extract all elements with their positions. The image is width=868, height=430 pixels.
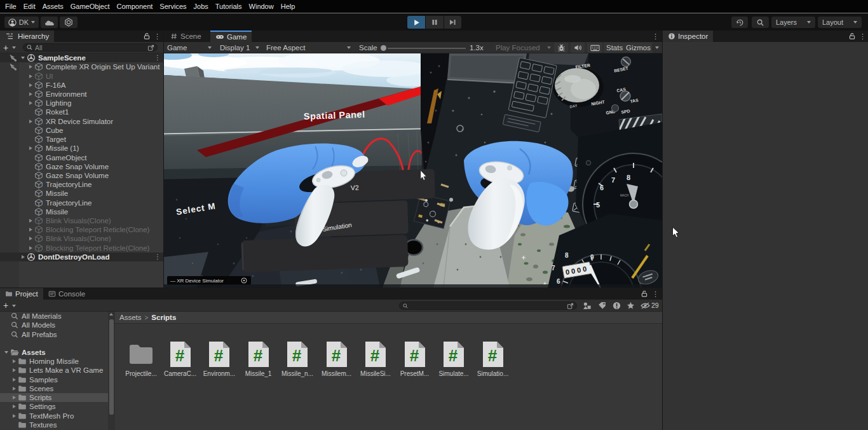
scale-slider-track[interactable] [388,48,466,49]
project-menu-icon[interactable]: ⋮ [652,290,658,298]
tab-project[interactable]: Project [0,288,43,300]
row-menu-icon[interactable]: ⋮ [154,253,161,260]
log-icon[interactable] [613,302,621,310]
project-tree-row[interactable]: Lets Make a VR Game [0,366,108,375]
expand-right-icon[interactable] [13,378,16,382]
menu-services[interactable]: Services [156,0,190,13]
hierarchy-row[interactable]: SampleScene⋮ [0,53,163,62]
layout-dropdown[interactable]: Layout [818,17,862,28]
hierarchy-row[interactable]: Gaze Snap Volume [0,162,163,171]
asset-item-script[interactable]: #Simulate... [436,340,471,377]
hierarchy-row[interactable]: Cube [0,126,163,135]
pick-toggle-icon[interactable] [9,54,17,62]
expand-right-icon[interactable] [29,74,32,78]
expand-right-icon[interactable] [29,65,32,69]
project-tree-row[interactable]: Homing Missile [0,357,108,366]
hierarchy-row[interactable]: Lighting [0,99,163,108]
mute-audio-button[interactable] [571,43,585,53]
project-tree-scrollbar[interactable] [108,312,115,430]
asset-item-script[interactable]: #Environm... [201,340,237,377]
hierarchy-row[interactable]: Blocking Teleport Reticle(Clone) [0,225,163,234]
hierarchy-row[interactable]: Environment [0,90,163,99]
hierarchy-row[interactable]: Blink Visuals(Clone) [0,234,163,243]
menu-gameobject[interactable]: GameObject [67,0,113,13]
display-dropdown[interactable]: Display 1 [220,42,250,53]
hierarchy-row[interactable]: Blink Visuals(Clone) [0,216,163,225]
menu-edit[interactable]: Edit [20,0,39,13]
expand-right-icon[interactable] [29,237,32,240]
tab-scene[interactable]: Scene [165,31,207,42]
hierarchy-row[interactable]: DontDestroyOnLoad⋮ [0,253,163,261]
game-menu-icon[interactable]: ⋮ [652,32,658,41]
project-tree-row[interactable]: Textures [0,420,108,429]
scrollbar-up-icon[interactable] [109,313,113,316]
scrollbar-thumb[interactable] [109,319,114,415]
hierarchy-row[interactable]: Roket1 [0,108,163,116]
asset-item-script[interactable]: #Simulatio... [475,340,511,377]
expand-right-icon[interactable] [29,101,32,105]
hierarchy-row[interactable]: Blocking Teleport Reticle(Clone) [0,244,163,253]
breadcrumb-current[interactable]: Scripts [151,314,176,321]
global-search-button[interactable] [752,17,769,28]
hierarchy-menu-icon[interactable]: ⋮ [154,32,160,41]
expand-right-icon[interactable] [29,228,32,232]
undo-history-button[interactable] [731,17,748,28]
layers-dropdown[interactable]: Layers [771,17,815,28]
stats-button[interactable]: Stats [604,43,625,53]
expand-right-icon[interactable] [29,120,32,123]
hierarchy-row[interactable]: Missile [0,189,163,198]
hierarchy-row[interactable]: Target [0,135,163,144]
tab-console[interactable]: Console [43,288,90,300]
menu-help[interactable]: Help [277,0,299,13]
menu-component[interactable]: Component [113,0,156,13]
menu-file[interactable]: File [5,0,20,13]
inspector-lock-icon[interactable] [848,32,856,40]
project-lock-icon[interactable] [641,290,648,298]
project-tree-row[interactable]: Scenes [0,384,108,393]
scale-slider-knob[interactable] [381,45,386,51]
hidden-count-eye-icon[interactable] [641,302,650,309]
expand-right-icon[interactable] [13,396,16,399]
account-button[interactable]: DK [4,17,39,28]
expand-right-icon[interactable] [22,255,25,259]
asset-item-script[interactable]: #Missile_1 [241,340,276,377]
asset-item-script[interactable]: #PresetM... [397,340,433,377]
project-tree-row[interactable]: All Prefabs [0,329,108,338]
hierarchy-row[interactable]: GameObject [0,153,163,162]
pause-button[interactable] [426,16,444,29]
project-search-input[interactable] [399,302,577,310]
tab-inspector[interactable]: Inspector [663,31,713,42]
asset-item-folder[interactable]: Projectile... [123,340,159,377]
expand-right-icon[interactable] [29,83,32,87]
hierarchy-row[interactable]: F-16A [0,81,163,90]
expand-right-icon[interactable] [13,368,16,372]
frame-debugger-button[interactable] [554,43,568,53]
asset-item-script[interactable]: #CameraC... [163,340,198,377]
hierarchy-row[interactable]: Missile (1) [0,144,163,153]
expand-down-icon[interactable] [21,57,25,59]
onscreen-keyboard-button[interactable] [587,43,602,53]
hierarchy-row[interactable]: UI [0,71,163,80]
hierarchy-row[interactable]: Gaze Snap Volume [0,171,163,180]
tab-hierarchy[interactable]: Hierarchy [0,31,54,42]
step-button[interactable] [444,16,461,29]
hierarchy-lock-icon[interactable] [143,32,151,40]
breadcrumb-root[interactable]: Assets [119,314,142,321]
asset-item-script[interactable]: #MissileSi... [358,340,393,377]
expand-right-icon[interactable] [29,246,32,250]
asset-item-script[interactable]: #Missilem... [319,340,355,377]
project-tree-row[interactable]: All Models [0,321,108,329]
project-tree-row[interactable]: Scripts [0,393,108,402]
gizmos-dropdown[interactable]: Gizmos [623,43,653,53]
play-focused-dropdown[interactable]: Play Focused [496,42,540,53]
expand-down-icon[interactable] [4,351,8,354]
favorites-star-icon[interactable] [627,302,635,310]
project-tree-row[interactable] [0,339,108,348]
menu-window[interactable]: Window [245,0,277,13]
project-tree-row[interactable]: TextMesh Pro [0,411,108,420]
hierarchy-add-button[interactable]: + [3,43,8,53]
expand-right-icon[interactable] [13,387,16,391]
search-by-type-icon[interactable] [583,302,592,310]
project-tree-row[interactable]: Samples [0,375,108,384]
cloud-button[interactable] [41,17,58,28]
